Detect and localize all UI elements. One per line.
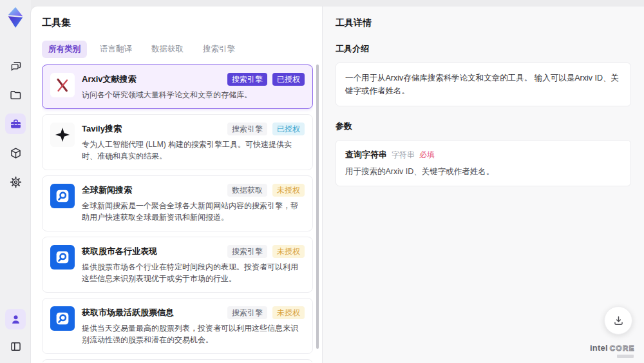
brand-name: intel [590, 344, 608, 353]
tool-icon [50, 245, 75, 270]
sidebar-item-settings[interactable] [5, 172, 26, 192]
sidebar-item-files[interactable] [5, 84, 26, 105]
tool-category-badge: 搜索引擎 [227, 306, 267, 319]
param-name: 查询字符串 [345, 149, 387, 161]
news-search-icon [53, 248, 71, 266]
tool-icon [50, 73, 75, 97]
tool-icon [50, 123, 75, 147]
tool-list: Arxiv文献搜索 搜索引擎 已授权 访问各个研究领域大量科学论文和文章的存储库… [42, 64, 313, 362]
brand-badge-bar [617, 355, 634, 358]
download-button[interactable] [604, 306, 632, 335]
tool-name: Tavily搜索 [82, 123, 122, 135]
tool-auth-badge: 未授权 [272, 184, 305, 197]
param-card: 查询字符串 字符串 必填 用于搜索的Arxiv ID、关键字或作者姓名。 [336, 140, 631, 186]
tool-auth-badge: 已授权 [272, 73, 305, 86]
icon-rail [0, 0, 31, 363]
param-required-badge: 必填 [419, 150, 435, 161]
intel-core-logo: intel CORE [590, 344, 635, 358]
tool-icon [50, 184, 75, 208]
chat-icon [9, 59, 23, 73]
folder-icon [9, 88, 23, 102]
sidebar-item-panel-toggle[interactable] [5, 336, 26, 357]
news-search-icon [53, 187, 71, 205]
tool-card[interactable]: Tavily搜索 搜索引擎 已授权 专为人工智能代理 (LLM) 构建的搜索引擎… [42, 114, 313, 170]
tool-description: 专为人工智能代理 (LLM) 构建的搜索引擎工具。可快速提供实时、准确和真实的结… [82, 139, 305, 162]
tool-icon [50, 306, 75, 331]
sidebar-item-account[interactable] [5, 309, 26, 329]
tool-description: 全球新闻搜索是一个聚合全球各大新闻网站内容的搜索引擎，帮助用户快速获取全球最新资… [82, 200, 305, 223]
tool-name: 获取市场最活跃股票信息 [82, 306, 174, 319]
app-logo-icon[interactable] [6, 6, 25, 28]
param-type: 字符串 [392, 150, 415, 161]
app-window: 工具集 所有类别语言翻译数据获取搜索引擎 Arxiv文献搜索 搜索引擎 已授权 … [0, 0, 644, 363]
tool-name: 获取股市各行业表现 [82, 245, 157, 257]
tool-card[interactable]: Arxiv文献搜索 搜索引擎 已授权 访问各个研究领域大量科学论文和文章的存储库… [42, 64, 313, 109]
tool-card[interactable]: 万维地区新闻查询 搜索引擎 未授权 查询具体行政区划内的新闻，快速了解各地新闻动 [42, 359, 313, 362]
tool-name: 全球新闻搜索 [82, 184, 132, 196]
page-title: 工具集 [42, 17, 313, 29]
tool-card[interactable]: 获取市场最活跃股票信息 搜索引擎 未授权 提供当天交易量最高的股票列表，投资者可… [42, 298, 313, 354]
tool-description: 提供股票市场各个行业在特定时间段内的表现。投资者可以利用这些信息来识别表现优于或… [82, 261, 305, 284]
tool-category-badge: 搜索引擎 [227, 123, 267, 135]
tool-auth-badge: 已授权 [272, 123, 305, 135]
tool-description: 访问各个研究领域大量科学论文和文章的存储库。 [82, 89, 305, 101]
cube-icon [9, 146, 23, 160]
panel-toggle-icon [9, 340, 23, 353]
tool-auth-badge: 未授权 [272, 245, 305, 258]
toolbox-icon [9, 117, 23, 131]
tool-name: Arxiv文献搜索 [82, 73, 137, 85]
sidebar-item-tools[interactable] [5, 113, 26, 134]
tool-description: 提供当天交易量最高的股票列表，投资者可以利用这些信息来识别流动性强的股票和潜在的… [82, 322, 305, 346]
list-scrollbar[interactable] [316, 57, 319, 358]
download-icon [612, 315, 625, 327]
tool-category-badge: 数据获取 [227, 184, 267, 197]
sidebar-item-chat[interactable] [5, 55, 26, 76]
tab-所有类别[interactable]: 所有类别 [42, 41, 87, 58]
tool-auth-badge: 未授权 [272, 306, 305, 319]
tool-details-pane: 工具详情 工具介绍 一个用于从Arxiv存储库搜索科学论文和文章的工具。 输入可… [322, 6, 644, 363]
news-search-icon [53, 309, 71, 328]
tab-数据获取[interactable]: 数据获取 [145, 41, 190, 58]
params-heading: 参数 [336, 121, 631, 132]
tab-语言翻译[interactable]: 语言翻译 [93, 41, 138, 58]
intro-text: 一个用于从Arxiv存储库搜索科学论文和文章的工具。 输入可以是Arxiv ID… [345, 72, 621, 97]
params-list: 查询字符串 字符串 必填 用于搜索的Arxiv ID、关键字或作者姓名。 [336, 140, 631, 186]
sidebar-item-models[interactable] [5, 142, 26, 163]
scrollbar-thumb[interactable] [316, 64, 319, 349]
category-tabs: 所有类别语言翻译数据获取搜索引擎 [42, 41, 313, 58]
tool-category-badge: 搜索引擎 [227, 73, 267, 86]
tool-card[interactable]: 获取股市各行业表现 搜索引擎 未授权 提供股票市场各个行业在特定时间段内的表现。… [42, 237, 313, 293]
tool-card[interactable]: 全球新闻搜索 数据获取 未授权 全球新闻搜索是一个聚合全球各大新闻网站内容的搜索… [42, 175, 313, 231]
tavily-star-icon [53, 126, 71, 144]
arxiv-icon [53, 76, 71, 94]
user-icon [9, 313, 23, 326]
details-title: 工具详情 [336, 17, 631, 29]
intro-card: 一个用于从Arxiv存储库搜索科学论文和文章的工具。 输入可以是Arxiv ID… [336, 63, 631, 106]
brand-sub: CORE [610, 344, 635, 353]
tool-category-badge: 搜索引擎 [227, 245, 267, 258]
settings-gear-icon [9, 175, 23, 189]
tool-list-pane: 工具集 所有类别语言翻译数据获取搜索引擎 Arxiv文献搜索 搜索引擎 已授权 … [31, 6, 322, 363]
tab-搜索引擎[interactable]: 搜索引擎 [196, 41, 242, 58]
param-description: 用于搜索的Arxiv ID、关键字或作者姓名。 [345, 166, 621, 177]
intro-heading: 工具介绍 [336, 43, 631, 55]
